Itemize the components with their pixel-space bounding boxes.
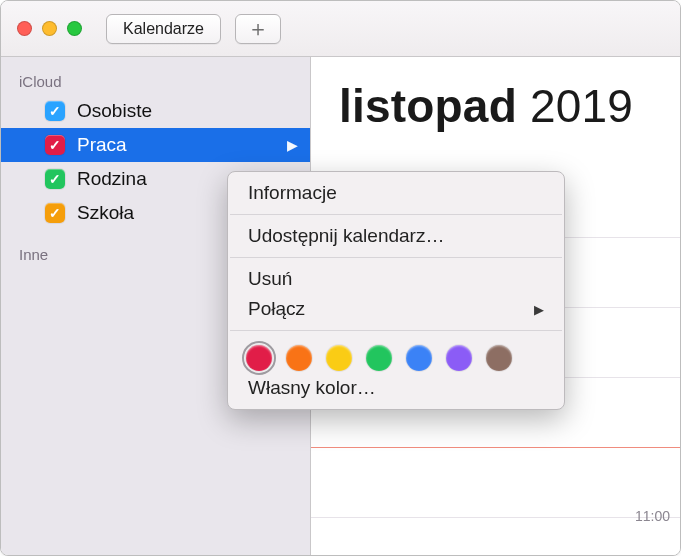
chevron-right-icon: ▶ (287, 137, 298, 153)
sidebar-group-icloud: iCloud (1, 67, 310, 94)
checkbox-icon[interactable]: ✓ (45, 101, 65, 121)
sidebar-item-label: Szkoła (77, 202, 134, 224)
color-swatch-yellow[interactable] (326, 345, 352, 371)
grid-line-now (311, 447, 680, 517)
window-controls (17, 21, 82, 36)
month-name: listopad (339, 80, 517, 132)
time-label: 11:00 (635, 508, 670, 524)
titlebar: Kalendarze ＋ (1, 1, 680, 57)
plus-icon: ＋ (247, 18, 269, 40)
menu-separator (230, 214, 562, 215)
minimize-icon[interactable] (42, 21, 57, 36)
menu-item-merge[interactable]: Połącz ▶ (228, 294, 564, 324)
checkbox-icon[interactable]: ✓ (45, 169, 65, 189)
sidebar-item-praca[interactable]: ✓ Praca ▶ (1, 128, 310, 162)
menu-separator (230, 330, 562, 331)
sidebar-item-osobiste[interactable]: ✓ Osobiste (1, 94, 310, 128)
menu-item-label: Informacje (248, 182, 337, 204)
zoom-icon[interactable] (67, 21, 82, 36)
chevron-right-icon: ▶ (534, 302, 544, 317)
grid-line: 11:00 (311, 517, 680, 555)
menu-item-delete[interactable]: Usuń (228, 264, 564, 294)
calendars-toggle-button[interactable]: Kalendarze (106, 14, 221, 44)
menu-separator (230, 257, 562, 258)
checkbox-icon[interactable]: ✓ (45, 135, 65, 155)
color-swatch-brown[interactable] (486, 345, 512, 371)
add-button[interactable]: ＋ (235, 14, 281, 44)
menu-item-custom-color[interactable]: Własny kolor… (228, 373, 564, 403)
calendars-toggle-label: Kalendarze (123, 20, 204, 38)
sidebar-item-label: Rodzina (77, 168, 147, 190)
menu-item-label: Własny kolor… (248, 377, 376, 399)
sidebar-item-label: Osobiste (77, 100, 152, 122)
calendar-context-menu: Informacje Udostępnij kalendarz… Usuń Po… (227, 171, 565, 410)
color-swatch-green[interactable] (366, 345, 392, 371)
year-fragment: 2019 (530, 80, 633, 132)
month-heading: listopad 2019 (311, 57, 680, 133)
color-swatch-purple[interactable] (446, 345, 472, 371)
close-icon[interactable] (17, 21, 32, 36)
color-swatch-orange[interactable] (286, 345, 312, 371)
menu-item-label: Połącz (248, 298, 305, 320)
menu-item-label: Udostępnij kalendarz… (248, 225, 444, 247)
app-window: Kalendarze ＋ iCloud ✓ Osobiste ✓ Praca ▶… (0, 0, 681, 556)
menu-item-info[interactable]: Informacje (228, 178, 564, 208)
menu-item-share[interactable]: Udostępnij kalendarz… (228, 221, 564, 251)
color-swatch-red[interactable] (246, 345, 272, 371)
color-swatch-blue[interactable] (406, 345, 432, 371)
color-swatch-row (228, 337, 564, 373)
checkbox-icon[interactable]: ✓ (45, 203, 65, 223)
sidebar-item-label: Praca (77, 134, 127, 156)
menu-item-label: Usuń (248, 268, 292, 290)
